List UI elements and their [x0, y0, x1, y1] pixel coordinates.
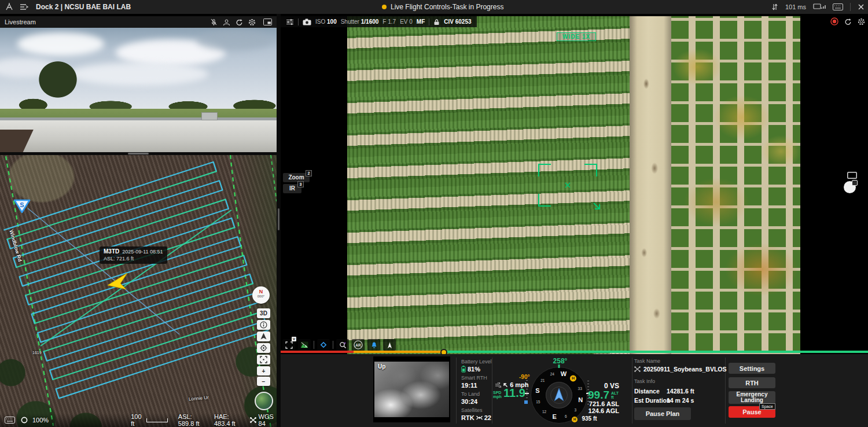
- focus-mode: MF: [417, 19, 425, 25]
- satellites-label: Satellites: [461, 407, 483, 413]
- flight-path-svg: S: [0, 155, 277, 427]
- refresh-icon[interactable]: [236, 19, 243, 26]
- map-zoom-percent: 100%: [32, 417, 49, 424]
- svg-text:S: S: [20, 201, 24, 208]
- zoom-lens-button[interactable]: Zoom 2: [283, 173, 310, 182]
- keyboard-icon[interactable]: [833, 3, 843, 10]
- smart-rth-value: 19:11: [461, 382, 477, 389]
- latency-icon: [771, 3, 778, 11]
- map-statusbar: 100% 100 ft ASL: 589.8 ft HAE: 483.4 ft …: [0, 413, 277, 427]
- map-panel[interactable]: S M3TD2025-09-11 08:51 ASL: 721.6 ft Win…: [0, 155, 277, 427]
- zoom-lens-badge: 2: [306, 170, 312, 176]
- map-info-button[interactable]: [257, 320, 270, 330]
- heading-tick: [558, 365, 560, 368]
- map-compass-button[interactable]: N 000°: [252, 286, 270, 304]
- progress-done-red: [281, 351, 354, 353]
- ir-lens-label: IR: [289, 185, 295, 192]
- shutter-label: Shutter: [341, 19, 359, 25]
- camera-view[interactable]: ISO 100 Shutter 1/1600 F 1.7 EV 0 MF CIV…: [281, 14, 868, 354]
- pip-icon[interactable]: [263, 19, 272, 25]
- diamond-marker-button[interactable]: [317, 339, 330, 351]
- map-locate-button[interactable]: [257, 343, 270, 353]
- pause-plan-button[interactable]: Pause Plan: [634, 407, 691, 420]
- camera-refresh-button[interactable]: [844, 18, 852, 25]
- distance-value: 14281.6 ft: [667, 388, 694, 395]
- dock-icon[interactable]: [5, 2, 14, 12]
- zoom-lens-label: Zoom: [288, 174, 304, 181]
- up-camera-image: [374, 362, 449, 417]
- battery-label: Battery Level: [461, 359, 492, 365]
- alarm-button[interactable]: [367, 339, 380, 351]
- parcel-label: 1619: [32, 351, 42, 355]
- presenter-icon[interactable]: [223, 19, 230, 26]
- divider: [632, 358, 632, 424]
- column-splitter[interactable]: [277, 14, 281, 427]
- progress-knob[interactable]: [440, 349, 447, 354]
- smart-rth-label: Smart RTH: [461, 375, 487, 381]
- ir-lens-badge: 3: [297, 181, 304, 187]
- altitude-value: 99.7: [582, 389, 609, 402]
- space-hint: Space: [759, 403, 775, 410]
- duration-value: 14 m 24 s: [667, 397, 694, 404]
- aperture-value: F 1.7: [382, 19, 396, 25]
- screen-icon[interactable]: [847, 172, 857, 179]
- dock-title: Dock 2 | NCSU BAE BAI LAB: [36, 3, 131, 11]
- map-asl: ASL: 589.8 ft: [178, 413, 206, 427]
- livestream-header: Livestream: [0, 16, 277, 28]
- up-thumbnail[interactable]: Up: [373, 356, 450, 422]
- gimbal-pitch: -90°: [519, 374, 529, 380]
- roof-vent: [201, 112, 218, 120]
- emergency-landing-button[interactable]: Emergency Landing: [729, 391, 775, 404]
- camera-settings-button[interactable]: [858, 18, 865, 25]
- map-zoom-out-button[interactable]: −: [257, 377, 270, 386]
- sliders-icon[interactable]: [286, 19, 294, 25]
- map-keyboard-icon[interactable]: [5, 417, 15, 424]
- telemetry-bar: Up Battery Level 81% Smart RTH 19:11 To …: [281, 354, 868, 427]
- compass-3: 3: [574, 408, 576, 412]
- livestream-video[interactable]: [0, 28, 277, 152]
- map-3d-button[interactable]: 3D: [257, 308, 270, 318]
- map-compass-n: N: [252, 289, 270, 295]
- v-badge: V: [292, 337, 296, 341]
- routes-icon[interactable]: [19, 2, 29, 12]
- dirt-road: [630, 16, 671, 354]
- progress-done-orange: [354, 351, 443, 353]
- ar-overlay-button[interactable]: AR: [352, 339, 365, 351]
- compass-arrow: [554, 388, 564, 401]
- scene-mode-button[interactable]: [298, 339, 311, 351]
- speed-value: 11.9: [503, 386, 525, 400]
- crop-plots-right: [671, 16, 800, 354]
- rth-button[interactable]: RTH: [729, 377, 775, 388]
- close-icon[interactable]: [858, 3, 865, 10]
- map-zoom-in-button[interactable]: +: [257, 366, 270, 376]
- map-scale-bar: [146, 418, 168, 422]
- compass-21: 21: [540, 378, 545, 382]
- display-signal-icon[interactable]: [813, 3, 826, 11]
- map-tooltip: M3TD2025-09-11 08:51 ASL: 721.6 ft: [100, 246, 167, 264]
- smart-zoom-button[interactable]: [336, 339, 349, 351]
- iso-label: ISO: [315, 19, 325, 25]
- gear-icon[interactable]: [248, 19, 256, 26]
- camera-settings-bar: ISO 100 Shutter 1/1600 F 1.7 EV 0 MF CIV…: [281, 16, 477, 27]
- distance-label: Distance: [634, 388, 660, 395]
- record-button[interactable]: [830, 17, 838, 25]
- pointer-button[interactable]: [383, 339, 396, 351]
- mic-off-icon[interactable]: [210, 19, 218, 26]
- map-frame-button[interactable]: [257, 355, 270, 365]
- start-marker[interactable]: S: [14, 200, 30, 212]
- map-plane-button[interactable]: [257, 332, 270, 341]
- visual-frame-button[interactable]: V: [282, 339, 295, 351]
- heading-value: 258°: [546, 357, 575, 365]
- lens-badge-icon: [852, 180, 858, 186]
- map-zoom-circle-icon[interactable]: [21, 417, 28, 424]
- progress-remaining-green: [443, 351, 868, 353]
- focus-x-icon: [564, 182, 571, 189]
- settings-button[interactable]: Settings: [729, 363, 775, 374]
- latency-text: 101 ms: [785, 3, 806, 10]
- map-layers-button[interactable]: [255, 392, 273, 410]
- to-land-label: To Land: [461, 391, 480, 397]
- tooltip-drone: M3TD: [104, 248, 119, 255]
- ir-lens-button[interactable]: IR 3: [283, 184, 301, 193]
- asl-value: 721.6 ASL: [579, 400, 619, 407]
- up-label: Up: [378, 363, 385, 370]
